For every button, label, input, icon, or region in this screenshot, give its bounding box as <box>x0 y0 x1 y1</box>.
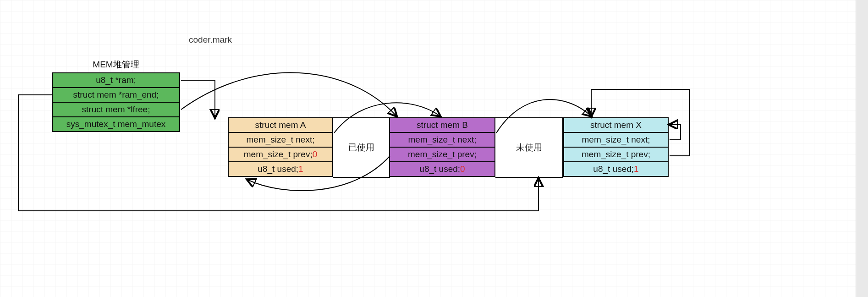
block-a-struct: struct mem A mem_size_t next; mem_size_t… <box>228 117 333 177</box>
block-x-struct: struct mem X mem_size_t next; mem_size_t… <box>563 117 669 177</box>
block-b-struct: struct mem B mem_size_t next; mem_size_t… <box>390 117 495 177</box>
manager-row-ram-end: struct mem *ram_end; <box>52 88 180 103</box>
block-a-data-label: 已使用 <box>348 142 374 154</box>
block-x-used-value: 1 <box>634 164 639 174</box>
block-a-data-area: 已使用 <box>333 117 390 178</box>
block-b-data-label: 未使用 <box>516 142 542 154</box>
block-b-used-label: u8_t used; <box>419 164 460 174</box>
block-b-prev: mem_size_t prev; <box>390 148 495 162</box>
manager-row-lfree: struct mem *lfree; <box>52 103 180 117</box>
block-a-used-value: 1 <box>298 164 303 174</box>
block-a-used: u8_t used;1 <box>228 162 333 177</box>
block-x-next: mem_size_t next; <box>563 133 669 148</box>
vertical-scrollbar[interactable] <box>856 0 868 297</box>
block-b-next: mem_size_t next; <box>390 133 495 148</box>
manager-row-mutex: sys_mutex_t mem_mutex <box>52 117 180 132</box>
block-x-prev: mem_size_t prev; <box>563 148 669 162</box>
watermark-text: coder.mark <box>189 35 232 45</box>
block-x-used: u8_t used;1 <box>563 162 669 177</box>
block-a-title: struct mem A <box>228 117 333 133</box>
manager-title: MEM堆管理 <box>52 59 180 71</box>
block-a-prev-label: mem_size_t prev; <box>244 149 313 159</box>
block-a-used-label: u8_t used; <box>258 164 298 174</box>
block-b-title: struct mem B <box>390 117 495 133</box>
block-x-used-label: u8_t used; <box>593 164 634 174</box>
block-a-prev-value: 0 <box>313 149 318 159</box>
manager-struct: u8_t *ram; struct mem *ram_end; struct m… <box>52 72 180 132</box>
block-a-prev: mem_size_t prev;0 <box>228 148 333 162</box>
block-x-title: struct mem X <box>563 117 669 133</box>
block-b-data-area: 未使用 <box>495 117 563 178</box>
block-b-used: u8_t used;0 <box>390 162 495 177</box>
manager-row-ram: u8_t *ram; <box>52 72 180 88</box>
block-b-used-value: 0 <box>460 164 465 174</box>
block-a-next: mem_size_t next; <box>228 133 333 148</box>
